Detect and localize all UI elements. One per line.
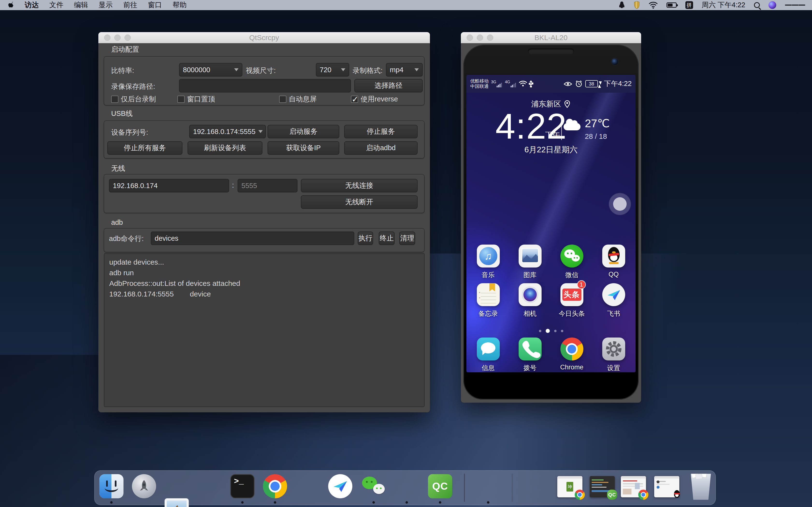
widget-date[interactable]: 6月22日星期六 xyxy=(466,145,636,155)
menu-edit[interactable]: 编辑 xyxy=(74,0,88,10)
app-toutiao[interactable]: 头条 1 今日头条 xyxy=(552,283,592,318)
carrier-name-top: 优酷移动 xyxy=(470,78,489,84)
window-title: QtScrcpy xyxy=(249,34,279,42)
menu-go[interactable]: 前往 xyxy=(123,0,137,10)
video-size-combobox[interactable]: 720 xyxy=(316,63,349,76)
app-chrome[interactable]: Chrome xyxy=(552,338,592,371)
record-format-combobox[interactable]: mp4 xyxy=(386,63,423,76)
app-notes[interactable]: 备忘录 xyxy=(468,283,508,318)
settings-gear-icon xyxy=(602,338,625,360)
record-path-label: 录像保存路径: xyxy=(111,82,155,92)
app-qq[interactable]: QQ xyxy=(594,244,633,278)
home-page-dots[interactable] xyxy=(466,329,636,333)
dock-launchpad-icon[interactable] xyxy=(132,474,156,498)
widget-time[interactable]: 4:22 xyxy=(495,106,567,147)
signal-bars-icon xyxy=(511,83,516,88)
shield-menubar-icon[interactable] xyxy=(633,1,640,9)
app-settings[interactable]: 设置 xyxy=(594,338,633,372)
wifi-menubar-icon[interactable] xyxy=(649,1,658,9)
wireless-ip-input[interactable] xyxy=(109,179,229,192)
chrome-icon xyxy=(560,338,583,360)
qq-menubar-icon[interactable] xyxy=(619,1,625,9)
qtscrcpy-titlebar[interactable]: QtScrcpy xyxy=(98,32,430,43)
menu-view[interactable]: 显示 xyxy=(99,0,113,10)
running-indicator xyxy=(406,501,408,504)
stop-all-services-button[interactable]: 停止所有服务 xyxy=(107,141,183,155)
app-wechat[interactable]: 微信 xyxy=(552,244,592,279)
minimized-window-qtcreator[interactable]: QC xyxy=(590,476,615,497)
notification-center-icon[interactable] xyxy=(785,3,805,7)
running-indicator xyxy=(439,501,441,504)
app-gallery[interactable]: 图库 xyxy=(510,244,550,279)
app-feishu[interactable]: 飞书 xyxy=(594,283,633,318)
checkbox-use-reverse[interactable]: 使用reverse xyxy=(351,95,398,104)
bitrate-combobox[interactable]: 8000000 xyxy=(179,63,242,76)
phone-window-titlebar[interactable]: BKL-AL20 xyxy=(461,32,641,43)
choose-path-button[interactable]: 选择路径 xyxy=(354,79,423,93)
dock-mail-icon[interactable] xyxy=(164,498,189,507)
app-messages[interactable]: 信息 xyxy=(468,338,508,372)
chevron-down-icon xyxy=(341,68,345,71)
dock-qtcreator-icon[interactable]: QC xyxy=(428,474,452,498)
qq-badge-icon xyxy=(672,490,682,500)
minimized-window-qq[interactable] xyxy=(654,476,679,497)
battery-menubar-icon[interactable] xyxy=(666,2,677,8)
cloud-icon xyxy=(564,123,580,130)
record-path-input[interactable] xyxy=(179,79,351,93)
dock-separator xyxy=(464,474,465,502)
wireless-disconnect-button[interactable]: 无线断开 xyxy=(301,195,418,209)
menu-bar: 访达 文件 编辑 显示 前往 窗口 帮助 拼 周六 下午4:22 xyxy=(0,0,812,10)
menu-window[interactable]: 窗口 xyxy=(148,0,162,10)
stop-service-button[interactable]: 停止服务 xyxy=(344,125,418,138)
siri-icon[interactable] xyxy=(768,1,776,9)
dock-terminal-icon[interactable]: >_ xyxy=(230,474,254,498)
checkbox-background-record[interactable]: 仅后台录制 xyxy=(111,95,156,104)
wireless-connect-button[interactable]: 无线连接 xyxy=(301,179,418,192)
minimize-button[interactable] xyxy=(477,35,483,41)
app-camera[interactable]: 相机 xyxy=(510,283,550,318)
zoom-button[interactable] xyxy=(124,35,131,41)
app-dialer[interactable]: 拨号 xyxy=(510,338,550,372)
menu-file[interactable]: 文件 xyxy=(49,0,63,10)
adb-log-output[interactable]: update devices... adb run AdbProcess::ou… xyxy=(104,253,424,407)
phone-speaker-grille xyxy=(528,49,574,54)
adb-clear-button[interactable]: 清理 xyxy=(399,231,415,245)
wechat-icon xyxy=(560,244,583,268)
spotlight-search-icon[interactable] xyxy=(754,2,760,8)
device-serial-combobox[interactable]: 192.168.0.174:5555 xyxy=(189,125,266,138)
refresh-device-list-button[interactable]: 刷新设备列表 xyxy=(188,141,262,155)
wireless-port-input[interactable] xyxy=(238,179,298,192)
start-adbd-button[interactable]: 启动adbd xyxy=(344,141,418,155)
adb-terminate-button[interactable]: 终止 xyxy=(379,231,395,245)
adb-command-input[interactable] xyxy=(151,231,354,245)
menubar-clock[interactable]: 周六 下午4:22 xyxy=(702,0,746,10)
minimize-button[interactable] xyxy=(114,35,120,41)
zoom-button[interactable] xyxy=(487,35,493,41)
dock-wechat-icon[interactable] xyxy=(361,474,386,498)
dock-finder-icon[interactable] xyxy=(99,474,123,498)
dock-chrome-icon[interactable] xyxy=(263,474,287,498)
menu-finder[interactable]: 访达 xyxy=(24,0,39,10)
checkbox-auto-screen-off[interactable]: 自动息屏 xyxy=(279,95,317,104)
input-method-icon[interactable]: 拼 xyxy=(686,1,693,9)
messages-icon xyxy=(477,338,500,360)
apple-menu-icon[interactable] xyxy=(8,1,15,9)
adb-command-label: adb命令行: xyxy=(109,234,144,243)
section-label-adb: adb xyxy=(111,219,123,226)
qtcreator-badge-icon: QC xyxy=(607,490,617,500)
menu-help[interactable]: 帮助 xyxy=(172,0,187,10)
assistive-touch-ball[interactable] xyxy=(613,197,627,211)
phone-screen[interactable]: 优酷移动 中国联通 3G 4G 38 下午4:22 浦东新区 xyxy=(466,75,636,372)
music-icon: ♫ xyxy=(479,247,497,265)
adb-execute-button[interactable]: 执行 xyxy=(358,231,373,245)
widget-temperature[interactable]: 27℃ xyxy=(585,117,610,130)
get-device-ip-button[interactable]: 获取设备IP xyxy=(267,141,339,155)
checkbox-always-on-top[interactable]: 窗口置顶 xyxy=(177,95,215,104)
minimized-window-chrome-2[interactable] xyxy=(621,476,646,497)
minimized-window-chrome[interactable]: 坤 xyxy=(557,476,582,497)
close-button[interactable] xyxy=(467,35,473,41)
close-button[interactable] xyxy=(104,35,110,41)
dock-feishu-icon[interactable] xyxy=(328,474,352,498)
app-music[interactable]: ♫ 音乐 xyxy=(468,244,508,279)
start-service-button[interactable]: 启动服务 xyxy=(267,125,339,138)
